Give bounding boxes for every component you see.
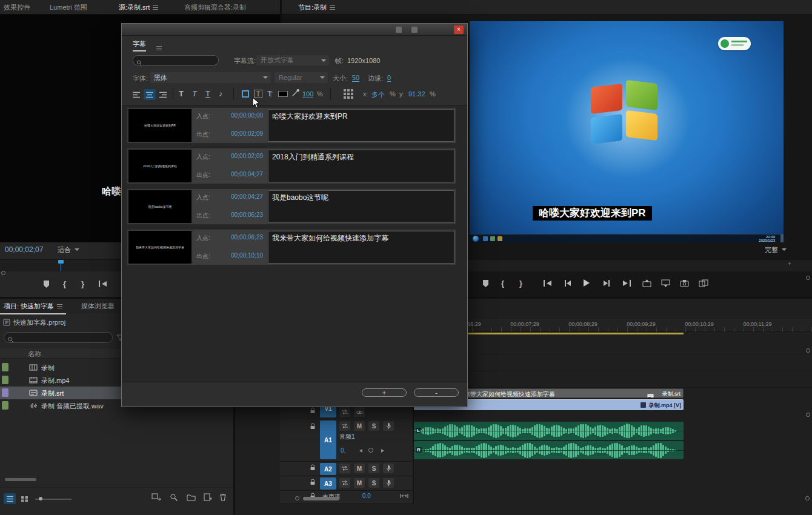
caption-thumbnail[interactable]: 我是baobo这节呢 [128,190,191,223]
a1-sync-lock-toggle[interactable] [339,421,350,431]
panel-grip[interactable] [806,348,810,353]
italic-button[interactable]: T [192,89,197,98]
timeline-grip[interactable] [295,496,299,500]
a3-solo-toggle[interactable]: S [368,478,379,488]
tab-program-monitor[interactable]: 节目:录制 [295,0,339,16]
align-center-button[interactable] [144,89,156,100]
label-color-chip[interactable] [2,401,8,410]
source-goto-in-button[interactable] [98,280,108,288]
window-button[interactable] [411,27,418,33]
v1-track-output-toggle[interactable] [354,407,365,417]
program-zoom-handle[interactable]: + [788,261,791,267]
program-add-marker-button[interactable] [482,279,490,288]
master-level-value[interactable]: 0.0 [362,493,371,499]
timeline-audio-clip-right[interactable]: R [414,441,684,459]
close-button[interactable]: × [454,25,464,34]
panel-menu-icon[interactable] [156,46,162,50]
program-zoom-select[interactable]: 完整 [765,245,788,254]
project-search-box[interactable] [4,332,113,343]
source-mark-in-button[interactable]: { [63,279,66,289]
opacity-value[interactable]: 100 [302,90,313,98]
in-timecode[interactable]: 00;00;00;00 [231,112,263,121]
list-view-button[interactable] [4,493,16,504]
caption-text-field[interactable]: 我是baobo这节呢 [268,190,454,223]
x-value[interactable]: 多个 [371,90,385,99]
tab-effect-controls[interactable]: 效果控件 [0,0,34,15]
a1-pan-value[interactable]: 0. [341,447,345,454]
position-grid-icon[interactable] [344,89,353,99]
caption-row[interactable]: 我是baobo这节呢 入点:00;00;04;27 出点:00;00;06;23… [127,188,456,225]
column-name-header[interactable]: 名称 [28,350,41,359]
a1-solo-toggle[interactable]: S [368,421,379,431]
thumbnail-zoom-knob[interactable] [39,497,42,500]
align-left-button[interactable] [130,89,142,100]
a3-lock-icon[interactable] [310,479,316,485]
panel-menu-icon[interactable] [153,5,158,10]
fill-color-button[interactable] [242,90,249,98]
label-color-chip[interactable] [2,363,8,371]
caption-text-field[interactable]: 2018入门到精通系列课程 [268,150,454,182]
export-frame-button[interactable] [680,279,689,287]
a2-sync-lock-toggle[interactable] [339,463,350,473]
new-item-button[interactable] [204,493,212,501]
dialog-search-box[interactable] [133,55,219,65]
stream-select[interactable]: 开放式字幕 [256,55,329,65]
a1-mute-toggle[interactable]: M [354,421,365,431]
a1-lock-icon[interactable] [310,423,316,430]
eyedropper-icon[interactable] [291,89,299,97]
a2-mute-toggle[interactable]: M [354,463,365,473]
a3-mute-toggle[interactable]: M [354,478,365,488]
timeline-audio-clip-left[interactable]: L [414,422,684,440]
tab-media-browser[interactable]: 媒体浏览器 [78,299,118,313]
out-timecode[interactable]: 00;00;06;23 [231,211,263,220]
label-color-chip[interactable] [2,388,8,397]
caption-text-field[interactable]: 哈喽大家好欢迎来到PR [268,109,454,142]
a2-solo-toggle[interactable]: S [368,463,379,473]
timeline-grip[interactable] [805,496,810,500]
project-hscrollbar[interactable] [5,478,36,481]
icon-view-button[interactable] [18,493,30,504]
source-add-marker-button[interactable] [42,280,50,288]
panel-grip[interactable] [806,276,810,280]
dialog-search-input[interactable] [144,56,215,64]
window-button[interactable] [396,27,402,33]
shadow-button[interactable]: T [267,89,272,98]
program-goto-out-button[interactable] [622,279,631,287]
automate-to-sequence-button[interactable] [151,493,161,501]
project-search-input[interactable] [16,333,107,342]
add-caption-button[interactable]: + [362,388,407,397]
a3-voiceover-record-button[interactable] [383,478,394,488]
a3-track-badge[interactable]: A3 [320,477,336,490]
program-mark-in-button[interactable]: { [501,279,504,288]
a1-track-badge[interactable]: A1 [320,420,336,459]
v1-lock-icon[interactable] [310,407,316,414]
a3-sync-lock-toggle[interactable] [339,478,350,488]
font-style-select[interactable]: Regular [275,72,328,83]
y-value[interactable]: 91.32 [408,90,425,98]
pan-right-icon[interactable] [381,448,385,453]
out-timecode[interactable]: 00;00;02;09 [231,130,263,139]
in-timecode[interactable]: 00;00;04;27 [231,193,263,202]
panel-menu-icon[interactable] [57,304,62,308]
out-timecode[interactable]: 00;00;10;10 [231,252,263,261]
caption-thumbnail[interactable]: 哈喽大家好欢迎来到PR [128,109,191,142]
program-step-back-button[interactable] [564,279,572,287]
caption-row[interactable]: 我来带大家如何给视频快速添加字幕 入点:00;00;06;23 出点:00;00… [127,229,456,265]
bold-button[interactable]: T [179,89,184,98]
music-note-button[interactable]: ♪ [219,89,223,98]
program-goto-in-button[interactable] [543,279,553,287]
tab-project[interactable]: 项目: 快速加字幕 [0,299,66,314]
caption-thumbnail[interactable]: 我来带大家如何给视频快速添加字幕 [128,231,191,264]
timeline-hscrollbar[interactable] [303,497,339,500]
edge-value[interactable]: 0 [387,74,391,82]
caption-row[interactable]: 哈喽大家好欢迎来到PR 入点:00;00;00;00 出点:00;00;02;0… [127,107,456,144]
tab-lumetri-scopes[interactable]: Lumetri 范围 [46,0,91,15]
master-width-icon[interactable] [400,493,408,499]
pan-knob-icon[interactable] [368,448,373,453]
program-step-forward-button[interactable] [602,279,611,287]
lift-button[interactable] [642,279,651,287]
label-color-chip[interactable] [2,376,8,384]
remove-caption-button[interactable]: - [414,388,459,397]
a2-track-badge[interactable]: A2 [320,463,336,475]
panel-grip[interactable] [806,413,810,417]
